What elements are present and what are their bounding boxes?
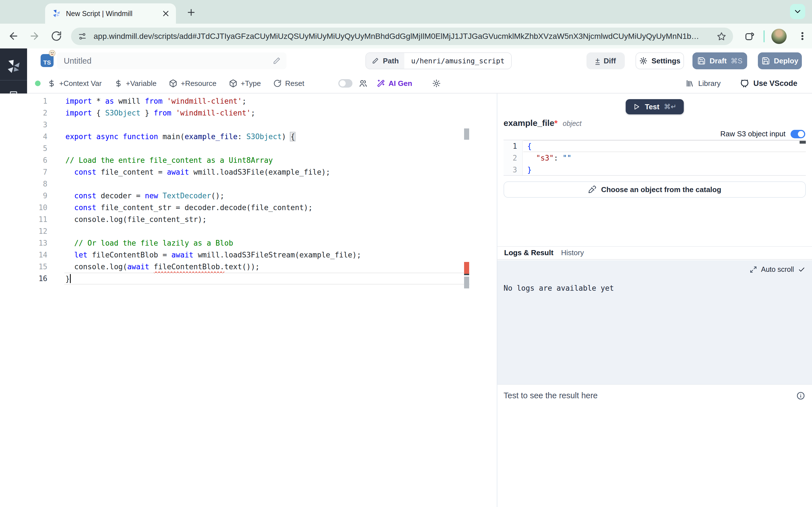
library-button[interactable]: Library: [686, 79, 720, 88]
dollar-icon: [47, 79, 56, 88]
code-line: 1import * as wmill from 'windmill-client…: [27, 95, 361, 107]
plus-minus-icon: ±: [596, 57, 600, 65]
code-line: 13 // Or load the file lazily as a Blob: [27, 237, 361, 249]
extensions-icon[interactable]: [744, 31, 755, 42]
editor-toolbar: +Context Var+Variable+Resource+TypeReset…: [27, 74, 812, 94]
param-type: object: [563, 119, 581, 128]
raw-s3-toggle-label: Raw S3 object input: [720, 129, 785, 138]
play-icon: [633, 103, 640, 110]
add-resource-button[interactable]: +Resource: [169, 79, 216, 88]
path-value: u/henri/amusing_script: [404, 53, 511, 69]
github-cat-icon: [740, 78, 749, 88]
refresh-icon: [273, 79, 282, 88]
forward-button[interactable]: [29, 31, 40, 42]
edit-title-icon[interactable]: [272, 57, 281, 65]
save-icon: [762, 57, 770, 65]
edit-path-icon: [371, 57, 379, 64]
code-editor[interactable]: 1import * as wmill from 'windmill-client…: [0, 94, 470, 507]
diff-button[interactable]: ± Diff: [587, 52, 625, 69]
url-bar[interactable]: app.windmill.dev/scripts/add#JTdCJTIyaGF…: [71, 27, 733, 45]
new-tab-button[interactable]: [186, 7, 196, 17]
site-settings-icon[interactable]: [78, 32, 87, 41]
no-logs-text: No logs are available yet: [504, 284, 614, 292]
bookmark-icon[interactable]: [717, 32, 726, 41]
chevron-down-icon: [793, 7, 802, 16]
json-line: 1{: [504, 140, 806, 152]
param-required-mark: *: [554, 118, 558, 128]
json-scrollbar[interactable]: [800, 141, 806, 144]
code-line: 15 console.log(await fileContentBlob.tex…: [27, 261, 361, 273]
check-icon[interactable]: [798, 266, 805, 273]
browser-tab[interactable]: New Script | Windmill: [45, 3, 176, 24]
code-line: 2import { S3Object } from 'windmill-clie…: [27, 107, 361, 119]
raw-s3-toggle-row: Raw S3 object input: [720, 129, 805, 138]
cursor-marker: [464, 274, 469, 275]
windmill-logo[interactable]: [6, 59, 21, 74]
choose-object-label: Choose an object from the catalog: [601, 185, 721, 194]
scrollbar-thumb[interactable]: [464, 128, 469, 140]
scrollbar-thumb[interactable]: [464, 277, 469, 288]
toolbar-items: +Context Var+Variable+Resource+TypeReset: [47, 79, 304, 88]
autoscroll-label: Auto scroll: [761, 265, 794, 274]
windmill-app-window: New Script | Windmill app.windmill.dev/s…: [0, 0, 812, 507]
test-button[interactable]: Test ⌘↵: [626, 99, 684, 114]
back-button[interactable]: [8, 31, 19, 42]
settings-button[interactable]: Settings: [636, 52, 684, 69]
code-line: 3: [27, 119, 361, 131]
tab-close-icon[interactable]: [161, 9, 170, 18]
code-line: 8: [27, 178, 361, 190]
path-label: Path: [383, 57, 399, 65]
test-label: Test: [645, 103, 659, 111]
script-title-input[interactable]: Untitled: [57, 52, 287, 69]
code-line: 5: [27, 143, 361, 154]
eyedropper-icon: [588, 186, 596, 193]
code-line: 14 let fileContentBlob = await wmill.loa…: [27, 249, 361, 261]
draft-label: Draft: [710, 57, 727, 65]
tab-search-button[interactable]: [790, 4, 805, 19]
ai-gen-button[interactable]: AI Gen: [377, 79, 412, 88]
use-vscode-label: Use VScode: [753, 79, 797, 88]
toolbar-toggle[interactable]: [338, 79, 352, 88]
add-type-button[interactable]: +Type: [229, 79, 261, 88]
tab-history[interactable]: History: [561, 248, 584, 257]
deploy-button[interactable]: Deploy: [758, 52, 802, 69]
diff-label: Diff: [604, 57, 616, 65]
save-icon: [697, 57, 706, 65]
param-row: example_file * object: [504, 118, 581, 128]
json-arg-editor[interactable]: 1{2 "s3": ""3}: [504, 140, 806, 176]
result-area: Test to see the result here: [497, 384, 812, 507]
workspace-emoji-icon: [49, 50, 56, 57]
editor-overview-ruler[interactable]: [464, 94, 469, 507]
code-line: 16}: [27, 273, 361, 284]
multiplayer-icon[interactable]: [359, 79, 368, 88]
add-context-var-button[interactable]: +Context Var: [47, 79, 102, 88]
windmill-favicon: [52, 9, 61, 18]
code-lines: 1import * as wmill from 'windmill-client…: [27, 95, 361, 284]
url-text[interactable]: app.windmill.dev/scripts/add#JTdCJTIyaGF…: [94, 32, 717, 41]
code-line: 7 const file_content = await wmill.loadS…: [27, 166, 361, 178]
status-dot: [35, 80, 41, 86]
add-variable-button[interactable]: +Variable: [114, 79, 157, 88]
dollar-icon: [114, 79, 123, 88]
toolbar-separator: [763, 31, 765, 42]
autoscroll-control[interactable]: Auto scroll: [750, 265, 805, 274]
reload-button[interactable]: [51, 31, 62, 42]
path-chip[interactable]: Path u/henri/amusing_script: [365, 52, 512, 69]
script-header: TS Untitled Path u/henri/amusing_script …: [27, 48, 812, 74]
browser-menu-icon[interactable]: [797, 31, 808, 42]
raw-s3-toggle[interactable]: [791, 130, 805, 138]
expand-icon[interactable]: [750, 266, 757, 273]
profile-avatar[interactable]: [771, 29, 786, 44]
json-line: 2 "s3": "": [504, 152, 806, 164]
reset-button[interactable]: Reset: [273, 79, 304, 88]
code-line: 10 const file_content_str = decoder.deco…: [27, 202, 361, 214]
browser-tabstrip: New Script | Windmill: [0, 0, 812, 24]
tab-title: New Script | Windmill: [66, 10, 161, 18]
library-icon: [686, 79, 694, 88]
info-icon[interactable]: [796, 391, 805, 400]
code-line: 4export async function main(example_file…: [27, 131, 361, 143]
use-vscode-button[interactable]: Use VScode: [740, 78, 797, 88]
choose-object-button[interactable]: Choose an object from the catalog: [504, 181, 806, 198]
draft-button[interactable]: Draft ⌘S: [693, 52, 747, 69]
editor-settings-icon[interactable]: [432, 79, 441, 88]
